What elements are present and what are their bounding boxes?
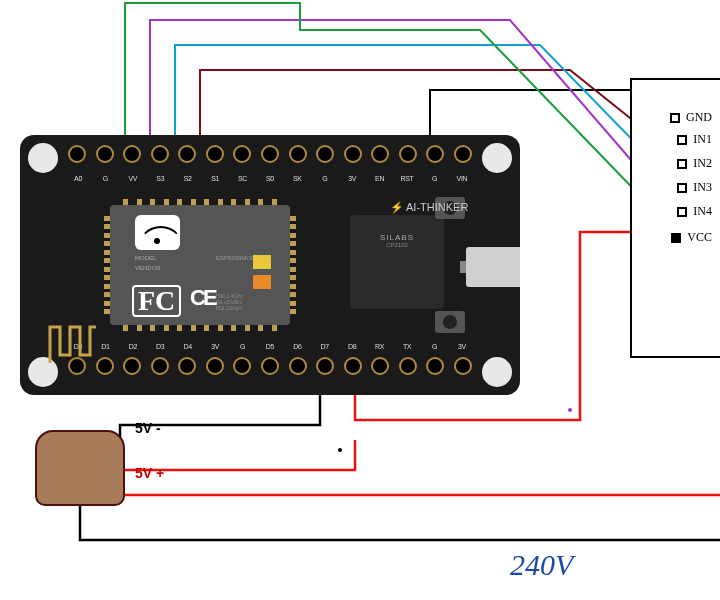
micro-usb-port	[466, 247, 520, 287]
mount-hole	[482, 357, 512, 387]
relay-pin-gnd: GND	[670, 110, 712, 125]
chip-id-text: ESP8266MOD	[216, 255, 255, 261]
pin-labels-top: A0GVVS3S2S1SCS0SKG3VENRSTGVIN	[68, 175, 472, 187]
relay-pin-in4: IN4	[677, 204, 712, 219]
relay-module: GND IN1 IN2 IN3 IN4 VCC	[630, 78, 720, 358]
relay-pin-in2: IN2	[677, 156, 712, 171]
mount-hole	[28, 143, 58, 173]
ce-logo: CE	[190, 285, 215, 311]
wifi-logo-icon	[135, 215, 180, 250]
relay-pin-vcc: VCC	[671, 230, 712, 245]
pcb-antenna-icon	[48, 325, 98, 365]
vendor-text: AI-THINKER	[390, 201, 468, 214]
relay-pin-in3: IN3	[677, 180, 712, 195]
pin-header-top	[68, 145, 472, 173]
svg-point-0	[338, 448, 342, 452]
svg-point-1	[568, 408, 572, 412]
led-orange	[253, 275, 271, 289]
relay-pin-in1: IN1	[677, 132, 712, 147]
mains-voltage-label: 240V	[510, 548, 573, 582]
fcc-logo: FC	[132, 285, 181, 317]
specs-text: ISM 2.4GHz PA +25dBm 802.11b/g/n	[216, 293, 243, 311]
power-supply-module	[35, 430, 125, 506]
power-pos-label: 5V +	[135, 465, 164, 481]
usb-uart-chip: SILABS CP2102	[350, 215, 444, 309]
pin-header-bottom	[68, 357, 472, 385]
power-neg-label: 5V -	[135, 420, 161, 436]
reset-button[interactable]	[435, 311, 465, 333]
mount-hole	[482, 143, 512, 173]
pin-labels-bottom: D0D1D2D3D43VGD5D6D7D8RXTXG3V	[68, 343, 472, 355]
led-yellow	[253, 255, 271, 269]
nodemcu-board: A0GVVS3S2S1SCS0SKG3VENRSTGVIN D0D1D2D3D4…	[20, 135, 520, 395]
model-text: MODEL VENDOR	[135, 253, 161, 273]
